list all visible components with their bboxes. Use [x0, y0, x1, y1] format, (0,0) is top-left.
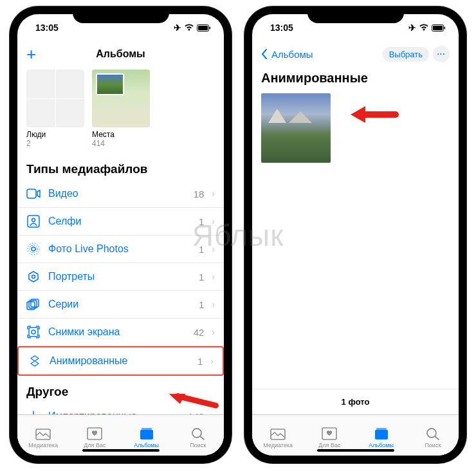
notch — [73, 6, 169, 23]
livephoto-icon — [26, 242, 41, 256]
tab-label: Альбомы — [134, 442, 159, 448]
chevron-right-icon: › — [212, 244, 215, 254]
foryou-icon — [321, 427, 338, 441]
svg-rect-3 — [27, 189, 36, 198]
row-selfie[interactable]: Селфи 1 › — [17, 208, 224, 236]
tab-label: Медиатека — [263, 442, 293, 448]
album-label: Люди — [26, 130, 84, 139]
airplane-icon: ✈︎ — [174, 23, 181, 33]
row-portrait[interactable]: Портреты 1 › — [17, 263, 224, 291]
wifi-icon — [419, 24, 429, 32]
row-video[interactable]: Видео 18 › — [17, 180, 224, 208]
phone-right: 13:05 ✈︎ Альбомы Выбрать ··· Анимированн… — [244, 6, 466, 463]
albums-row: Люди 2 Места 414 — [17, 67, 224, 153]
chevron-right-icon: › — [212, 216, 215, 226]
row-burst[interactable]: Серии 1 › — [17, 291, 224, 319]
tab-label: Поиск — [425, 442, 441, 448]
select-button[interactable]: Выбрать — [383, 47, 429, 62]
chevron-right-icon: › — [212, 327, 215, 337]
tab-label: Для Вас — [318, 442, 340, 448]
photo-thumbnail[interactable] — [261, 93, 331, 163]
row-label: Серии — [48, 299, 78, 310]
selfie-icon — [26, 214, 41, 228]
svg-point-14 — [32, 330, 35, 334]
battery-icon — [197, 24, 211, 32]
burst-icon — [26, 297, 41, 311]
row-label: Импортированные — [48, 411, 137, 414]
library-icon — [270, 427, 286, 441]
back-label: Альбомы — [271, 49, 313, 60]
photo-count-footer: 1 фото — [252, 389, 459, 414]
add-button[interactable]: + — [26, 46, 36, 62]
svg-rect-19 — [142, 428, 152, 430]
row-animated[interactable]: Анимированные 1 › — [17, 346, 224, 376]
svg-rect-26 — [375, 430, 388, 439]
row-label: Видео — [48, 188, 78, 199]
tab-search[interactable]: Поиск — [172, 415, 224, 456]
row-count: 1 — [199, 244, 204, 255]
home-indicator[interactable] — [317, 449, 394, 452]
row-count: 1 — [199, 299, 204, 310]
tab-search[interactable]: Поиск — [407, 415, 459, 456]
row-count: 18 — [194, 189, 205, 199]
album-detail-title: Анимированные — [252, 67, 459, 92]
chevron-right-icon: › — [210, 356, 214, 366]
airplane-icon: ✈︎ — [408, 23, 416, 33]
svg-rect-1 — [198, 26, 208, 30]
albums-icon — [138, 427, 155, 441]
row-label: Анимированные — [50, 355, 127, 367]
row-label: Фото Live Photos — [48, 243, 129, 255]
row-count: 1 — [199, 272, 204, 282]
foryou-icon — [86, 427, 103, 441]
svg-point-7 — [30, 245, 37, 253]
tab-library[interactable]: Медиатека — [17, 415, 69, 456]
search-icon — [190, 427, 206, 441]
back-button[interactable]: Альбомы — [261, 49, 313, 60]
row-livephoto[interactable]: Фото Live Photos 1 › — [17, 236, 224, 263]
tab-library[interactable]: Медиатека — [252, 415, 304, 456]
home-indicator[interactable] — [82, 449, 160, 452]
status-time: 13:05 — [35, 23, 59, 33]
row-count: 1 — [197, 356, 203, 367]
svg-rect-27 — [376, 428, 387, 430]
chevron-right-icon: › — [212, 299, 215, 309]
more-button[interactable]: ··· — [433, 46, 450, 62]
detail-content — [252, 92, 459, 389]
content: Люди 2 Места 414 Типы медиафайлов Видео … — [17, 67, 224, 414]
album-label: Места — [92, 130, 150, 139]
row-label: Портреты — [48, 271, 95, 282]
tab-label: Медиатека — [28, 442, 58, 448]
search-icon — [425, 427, 441, 441]
nav-title: Альбомы — [17, 48, 224, 60]
import-icon — [26, 409, 41, 414]
tab-label: Альбомы — [369, 442, 394, 448]
nav-bar: + Альбомы — [17, 41, 224, 67]
album-places[interactable]: Места 414 — [92, 69, 150, 148]
row-label: Селфи — [48, 216, 81, 227]
row-count: 1 — [199, 216, 204, 227]
chevron-right-icon: › — [212, 272, 215, 282]
annotation-arrow — [347, 102, 399, 127]
row-count: 42 — [194, 327, 205, 338]
row-screenshot[interactable]: Снимки экрана 42 › — [17, 319, 224, 346]
chevron-right-icon: › — [212, 189, 215, 199]
tab-label: Для Вас — [84, 442, 105, 448]
svg-rect-18 — [140, 430, 153, 439]
animated-icon — [28, 354, 42, 368]
album-count: 414 — [92, 139, 150, 148]
chevron-left-icon — [261, 49, 268, 59]
svg-point-9 — [32, 275, 35, 279]
portrait-icon — [26, 270, 41, 284]
row-label: Снимки экрана — [48, 326, 120, 338]
section-media-types: Типы медиафайлов — [17, 153, 224, 180]
albums-icon — [373, 427, 390, 441]
svg-rect-23 — [444, 26, 446, 29]
svg-rect-2 — [210, 26, 211, 29]
wifi-icon — [184, 24, 194, 32]
tab-label: Поиск — [190, 442, 206, 448]
svg-point-5 — [32, 219, 35, 222]
screenshot-icon — [26, 325, 41, 339]
album-people[interactable]: Люди 2 — [26, 69, 84, 148]
album-count: 2 — [26, 139, 84, 148]
status-time: 13:05 — [270, 23, 293, 33]
